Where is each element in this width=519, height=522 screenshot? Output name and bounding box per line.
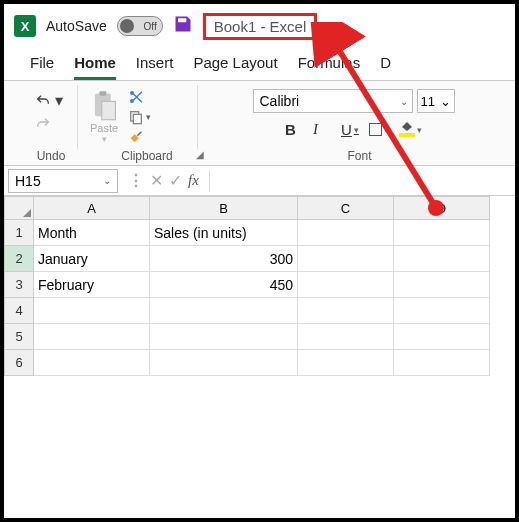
fx-icon[interactable]: fx	[188, 172, 199, 189]
col-header-d[interactable]: D	[394, 196, 490, 220]
redo-button[interactable]	[33, 116, 53, 132]
cell-a2[interactable]: January	[34, 246, 150, 272]
row-header-3[interactable]: 3	[4, 272, 34, 298]
paste-button[interactable]: Paste ▾	[84, 88, 124, 146]
more-icon[interactable]: ⋮	[128, 171, 144, 190]
cell-b4[interactable]	[150, 298, 298, 324]
svg-rect-1	[99, 91, 106, 96]
document-title: Book1 - Excel	[203, 13, 318, 40]
chevron-down-icon: ⌄	[440, 94, 451, 109]
font-name-value: Calibri	[260, 93, 300, 109]
cell-c1[interactable]	[298, 220, 394, 246]
autosave-state: Off	[144, 21, 157, 32]
cell-a3[interactable]: February	[34, 272, 150, 298]
underline-button[interactable]: U▾	[341, 121, 359, 138]
copy-icon	[128, 109, 144, 125]
bold-button[interactable]: B	[285, 121, 303, 138]
col-header-b[interactable]: B	[150, 196, 298, 220]
redo-icon	[33, 116, 53, 132]
cell-c6[interactable]	[298, 350, 394, 376]
row-header-5[interactable]: 5	[4, 324, 34, 350]
row-header-1[interactable]: 1	[4, 220, 34, 246]
cell-a5[interactable]	[34, 324, 150, 350]
ribbon: ▾ Paste ▾	[4, 80, 515, 166]
cell-d1[interactable]	[394, 220, 490, 246]
cell-d4[interactable]	[394, 298, 490, 324]
cancel-formula-icon[interactable]: ✕	[150, 171, 163, 190]
save-button[interactable]	[173, 14, 193, 38]
cell-b6[interactable]	[150, 350, 298, 376]
chevron-down-icon: ▾	[384, 125, 389, 135]
group-label-clipboard: Clipboard ◢	[84, 149, 210, 163]
fill-color-button[interactable]: ▾	[399, 123, 422, 137]
chevron-down-icon: ▾	[55, 91, 63, 110]
borders-button[interactable]: ▾	[369, 123, 389, 136]
cell-b5[interactable]	[150, 324, 298, 350]
cell-c2[interactable]	[298, 246, 394, 272]
cell-a4[interactable]	[34, 298, 150, 324]
name-box-value: H15	[15, 173, 41, 189]
autosave-toggle[interactable]: Off	[117, 16, 163, 36]
undo-button[interactable]: ▾	[33, 91, 63, 110]
cell-a1[interactable]: Month	[34, 220, 150, 246]
enter-formula-icon[interactable]: ✓	[169, 171, 182, 190]
tab-formulas[interactable]: Formulas	[298, 54, 361, 80]
italic-button[interactable]: I	[313, 121, 331, 138]
cell-c3[interactable]	[298, 272, 394, 298]
name-box[interactable]: H15 ⌄	[8, 169, 118, 193]
select-all-corner[interactable]	[4, 196, 34, 220]
cell-c5[interactable]	[298, 324, 394, 350]
formula-input[interactable]	[209, 170, 515, 192]
clipboard-paste-icon	[90, 90, 118, 122]
spreadsheet-grid: 1 2 3 4 5 6 A B C D Month Sales (in unit…	[4, 196, 515, 376]
scissors-icon	[128, 89, 144, 105]
chevron-down-icon: ▾	[146, 112, 151, 122]
formula-bar: H15 ⌄ ⋮ ✕ ✓ fx	[4, 166, 515, 196]
border-icon	[369, 123, 382, 136]
paintbrush-icon	[128, 129, 144, 145]
col-header-c[interactable]: C	[298, 196, 394, 220]
chevron-down-icon: ▾	[417, 125, 422, 135]
font-size-value: 11	[421, 94, 435, 109]
cell-a6[interactable]	[34, 350, 150, 376]
cell-b2[interactable]: 300	[150, 246, 298, 272]
tab-data-cut[interactable]: D	[380, 54, 391, 80]
svg-rect-2	[102, 101, 116, 119]
fill-bucket-icon	[399, 123, 415, 137]
row-header-2[interactable]: 2	[4, 246, 34, 272]
cut-button[interactable]	[128, 89, 151, 105]
cell-c4[interactable]	[298, 298, 394, 324]
cell-d3[interactable]	[394, 272, 490, 298]
cell-b3[interactable]: 450	[150, 272, 298, 298]
title-bar: X AutoSave Off Book1 - Excel	[4, 4, 515, 48]
font-name-select[interactable]: Calibri ⌄	[253, 89, 413, 113]
cell-d5[interactable]	[394, 324, 490, 350]
group-label-undo: Undo	[18, 149, 84, 163]
toggle-knob-icon	[120, 19, 134, 33]
excel-logo-icon: X	[14, 15, 36, 37]
ribbon-tabs: File Home Insert Page Layout Formulas D	[4, 48, 515, 80]
tab-page-layout[interactable]: Page Layout	[193, 54, 277, 80]
tab-home[interactable]: Home	[74, 54, 116, 80]
chevron-down-icon: ⌄	[400, 96, 412, 107]
chevron-down-icon: ▾	[354, 125, 359, 135]
tab-file[interactable]: File	[30, 54, 54, 80]
cell-d2[interactable]	[394, 246, 490, 272]
autosave-label: AutoSave	[46, 18, 107, 34]
cell-b1[interactable]: Sales (in units)	[150, 220, 298, 246]
col-header-a[interactable]: A	[34, 196, 150, 220]
copy-button[interactable]: ▾	[128, 109, 151, 125]
chevron-down-icon: ▾	[102, 134, 107, 144]
paste-label: Paste	[90, 122, 118, 134]
tab-insert[interactable]: Insert	[136, 54, 174, 80]
chevron-down-icon: ⌄	[103, 175, 111, 186]
save-icon	[173, 14, 193, 34]
format-painter-button[interactable]	[128, 129, 151, 145]
font-size-select[interactable]: 11 ⌄	[417, 89, 455, 113]
clipboard-launcher-icon[interactable]: ◢	[196, 149, 204, 160]
svg-rect-4	[133, 114, 141, 123]
cell-d6[interactable]	[394, 350, 490, 376]
group-label-font: Font	[210, 149, 509, 163]
row-header-4[interactable]: 4	[4, 298, 34, 324]
row-header-6[interactable]: 6	[4, 350, 34, 376]
